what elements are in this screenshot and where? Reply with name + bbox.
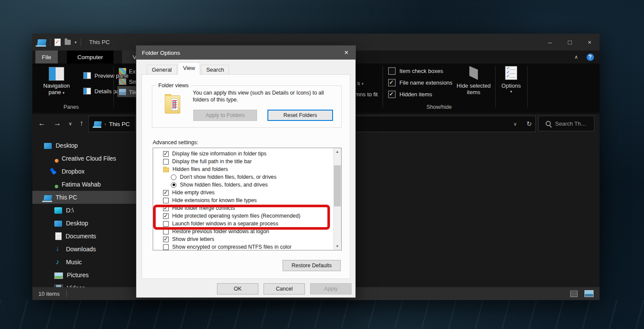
up-icon[interactable]: ↑ xyxy=(75,114,88,133)
sidebar-item[interactable]: Creative Cloud Files xyxy=(32,152,154,165)
advanced-setting-row[interactable]: Display file size information in folder … xyxy=(153,150,341,158)
close-button[interactable]: × xyxy=(580,34,600,51)
advanced-setting-control[interactable] xyxy=(163,229,169,234)
advanced-setting-control[interactable] xyxy=(163,237,169,242)
sidebar-item[interactable]: This PC xyxy=(32,191,148,204)
scrollbar-thumb[interactable] xyxy=(334,165,341,206)
advanced-setting-control[interactable] xyxy=(163,151,169,157)
address-dropdown-icon[interactable]: ∨ xyxy=(513,121,517,127)
size-columns-partial-label[interactable]: mns to fit xyxy=(355,91,378,98)
layout-option[interactable]: Tile xyxy=(117,87,136,97)
maximize-button[interactable]: □ xyxy=(560,34,580,51)
advanced-setting-label: Hidden files and folders xyxy=(173,166,228,172)
advanced-setting-row[interactable]: Display the full path in the title bar xyxy=(153,158,341,165)
advanced-setting-control[interactable] xyxy=(163,206,169,211)
scroll-down-icon[interactable]: ▼ xyxy=(334,243,341,250)
advanced-setting-control[interactable] xyxy=(163,213,169,219)
customize-toolbar-icon[interactable]: ▾ xyxy=(75,40,77,44)
group-separator xyxy=(495,66,496,108)
scrollbar[interactable]: ▲ ▼ xyxy=(333,148,341,250)
minimize-button[interactable]: – xyxy=(540,34,560,51)
scroll-up-icon[interactable]: ▲ xyxy=(334,148,341,155)
advanced-setting-row[interactable]: Show hidden files, folders, and drives xyxy=(153,181,341,189)
group-separator xyxy=(383,66,383,108)
dialog-close-icon[interactable]: × xyxy=(337,46,355,60)
layout-option-label: Sma xyxy=(129,79,136,85)
back-icon[interactable]: ← xyxy=(36,114,48,133)
thumbnail-view-icon[interactable] xyxy=(584,290,594,297)
advanced-setting-control[interactable] xyxy=(163,221,169,227)
advanced-setting-label: Hide folder merge conflicts xyxy=(172,205,235,211)
navigation-pane-button[interactable]: Navigation pane ▾ xyxy=(37,65,76,103)
advanced-setting-row[interactable]: Launch folder windows in a separate proc… xyxy=(153,220,341,228)
advanced-setting-label: Hide empty drives xyxy=(172,190,214,196)
navigation-pane-icon xyxy=(49,67,64,81)
ok-button[interactable]: OK xyxy=(217,283,258,294)
sidebar-item[interactable]: Fatima Wahab xyxy=(32,178,154,191)
options-button[interactable]: Options ▾ xyxy=(497,65,525,94)
caption-buttons: – □ × xyxy=(540,34,600,51)
ribbon-checkbox-row[interactable]: File name extensions xyxy=(388,79,452,86)
restore-defaults-button[interactable]: Restore Defaults xyxy=(283,260,341,271)
advanced-setting-label: Show encrypted or compressed NTFS files … xyxy=(172,244,292,250)
tab-computer[interactable]: Computer xyxy=(67,51,113,63)
advanced-setting-row[interactable]: Hidden files and folders xyxy=(153,165,341,173)
layout-option-label: Tile xyxy=(129,89,136,95)
cancel-button[interactable]: Cancel xyxy=(264,283,305,294)
advanced-setting-control[interactable] xyxy=(171,174,176,180)
advanced-setting-control[interactable] xyxy=(171,182,176,188)
advanced-setting-label: Show hidden files, folders, and drives xyxy=(180,182,268,188)
dialog-tab[interactable]: Search xyxy=(201,65,229,75)
sidebar-item[interactable]: Desktop xyxy=(32,139,148,152)
advanced-setting-control[interactable] xyxy=(163,244,169,250)
layout-option[interactable]: Extr xyxy=(117,66,136,76)
refresh-icon[interactable]: ↻ xyxy=(526,120,532,128)
ribbon-checkbox-row[interactable]: Item check boxes xyxy=(388,67,452,74)
sidebar-item-icon xyxy=(50,181,58,188)
dialog-title: Folder Options xyxy=(142,50,180,56)
folder-views-group-label: Folder views xyxy=(156,82,191,89)
apply-to-folders-button[interactable]: Apply to Folders xyxy=(193,110,257,121)
advanced-setting-row[interactable]: Show drive letters xyxy=(153,235,341,243)
sidebar-item-label: Downloads xyxy=(66,246,96,253)
advanced-settings-list[interactable]: Display file size information in folder … xyxy=(153,148,342,250)
advanced-setting-row[interactable]: Hide protected operating system files (R… xyxy=(153,212,341,220)
help-icon[interactable]: ? xyxy=(585,51,595,63)
apply-button[interactable]: Apply xyxy=(310,283,352,294)
recent-locations-icon[interactable]: ∨ xyxy=(66,114,75,133)
sidebar-item[interactable]: Dropbox xyxy=(32,165,154,178)
details-view-icon[interactable] xyxy=(570,291,578,297)
divider xyxy=(66,290,67,297)
tab-file[interactable]: File xyxy=(35,51,58,63)
advanced-setting-control[interactable] xyxy=(163,159,169,164)
advanced-setting-label: Hide extensions for known file types xyxy=(172,197,257,203)
advanced-setting-row[interactable]: Don't show hidden files, folders, or dri… xyxy=(153,173,341,181)
advanced-setting-row[interactable]: Restore previous folder windows at logon xyxy=(153,228,341,235)
properties-icon[interactable] xyxy=(54,38,61,46)
checkbox[interactable] xyxy=(388,79,396,86)
advanced-setting-row[interactable]: Hide empty drives xyxy=(153,189,341,196)
ribbon-checkbox-row[interactable]: Hidden items xyxy=(388,91,452,98)
checkbox[interactable] xyxy=(388,67,396,75)
collapse-ribbon-icon[interactable]: ∧ xyxy=(571,51,581,63)
checkbox[interactable] xyxy=(388,91,396,98)
advanced-setting-row[interactable]: Show encrypted or compressed NTFS files … xyxy=(153,243,341,250)
advanced-setting-row[interactable]: Hide folder merge conflicts xyxy=(153,204,341,212)
dialog-tab[interactable]: View xyxy=(178,62,200,75)
advanced-setting-control[interactable] xyxy=(163,190,169,196)
breadcrumb-segment[interactable]: › This PC xyxy=(89,117,135,131)
hide-selected-items-button[interactable]: Hide selected items xyxy=(456,65,491,95)
search-box[interactable] xyxy=(538,116,594,131)
advanced-setting-control[interactable] xyxy=(163,198,169,203)
advanced-setting-row[interactable]: Hide extensions for known file types xyxy=(153,196,341,204)
search-input[interactable] xyxy=(554,120,591,127)
dialog-tab[interactable]: General xyxy=(147,65,177,75)
forward-icon[interactable]: → xyxy=(51,114,63,133)
advanced-setting-control[interactable] xyxy=(163,168,169,172)
new-folder-icon[interactable] xyxy=(65,40,71,45)
sidebar-item-label: Documents xyxy=(66,233,96,240)
add-columns-partial-label[interactable]: s ▾ xyxy=(357,80,364,86)
layout-option[interactable]: Sma xyxy=(117,76,136,87)
items-count: 10 items xyxy=(38,291,60,297)
reset-folders-button[interactable]: Reset Folders xyxy=(267,110,333,121)
